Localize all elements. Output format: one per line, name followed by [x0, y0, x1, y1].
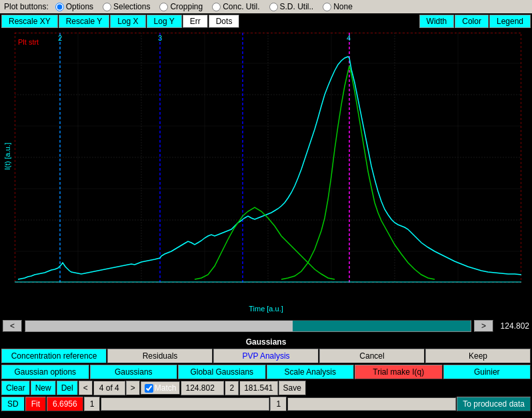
- radio-selections[interactable]: Selections: [103, 2, 150, 11]
- radio-none[interactable]: None: [323, 2, 353, 11]
- status-val2: 1: [270, 397, 287, 411]
- status-val1: 1: [84, 397, 101, 411]
- gaussians-button[interactable]: Gaussians: [90, 365, 178, 379]
- status-bar-2: [287, 397, 456, 411]
- match-value: 124.802: [181, 381, 224, 395]
- chart-svg: Plt strt 2 3 4 0 50 100 150 200 50 100 1…: [15, 33, 521, 283]
- scroll-track[interactable]: [25, 320, 471, 332]
- x-axis-label: Time [a.u.]: [249, 305, 283, 313]
- nav-left-button[interactable]: <: [79, 381, 93, 395]
- chart-area: I(t) [a.u.] Plt strt: [0, 29, 532, 316]
- log-y-button[interactable]: Log Y: [147, 15, 182, 28]
- residuals-button[interactable]: Residuals: [107, 349, 213, 363]
- plot-buttons-label: Plot buttons:: [4, 2, 49, 11]
- log-x-button[interactable]: Log X: [110, 15, 145, 28]
- to-produced-data-button[interactable]: To produced data: [457, 397, 531, 411]
- match-count: 2: [225, 381, 239, 395]
- concentration-reference-button[interactable]: Concentration reference: [1, 349, 107, 363]
- scroll-left-button[interactable]: <: [3, 320, 22, 332]
- svg-text:Plt strt: Plt strt: [18, 38, 39, 46]
- keep-button[interactable]: Keep: [425, 349, 531, 363]
- match-checkbox[interactable]: [145, 384, 153, 393]
- status-bar: [101, 397, 269, 411]
- status-row: SD Fit 6.6956 1 1 To produced data: [0, 396, 532, 412]
- radio-cropping[interactable]: Cropping: [159, 2, 203, 11]
- save-button[interactable]: Save: [279, 381, 306, 395]
- gaussian-options-button[interactable]: Gaussian options: [1, 365, 89, 379]
- scroll-right-button[interactable]: >: [474, 320, 493, 332]
- width-button[interactable]: Width: [419, 15, 455, 28]
- match-value2: 181.541: [239, 381, 277, 395]
- new-button[interactable]: New: [31, 381, 56, 395]
- rescale-y-button[interactable]: Rescale Y: [59, 15, 109, 28]
- nav-counter: 4 of 4: [93, 381, 125, 395]
- gaussians-label: Gaussians: [0, 336, 532, 348]
- scroll-thumb[interactable]: [293, 321, 471, 331]
- button-row: Rescale XY Rescale Y Log X Log Y Err Dot…: [0, 13, 532, 29]
- trial-make-iq-button[interactable]: Trial make I(q): [355, 365, 443, 379]
- top-bar: Plot buttons: Options Selections Croppin…: [0, 0, 532, 13]
- svg-text:4: 4: [347, 34, 351, 42]
- sd-label: SD: [1, 397, 25, 411]
- fit-value: 6.6956: [47, 397, 83, 411]
- svg-text:3: 3: [158, 34, 162, 42]
- radio-group: Options Selections Cropping Conc. Util. …: [55, 2, 353, 11]
- radio-conc-util[interactable]: Conc. Util.: [212, 2, 259, 11]
- radio-options[interactable]: Options: [55, 2, 93, 11]
- pvp-analysis-button[interactable]: PVP Analysis: [213, 349, 319, 363]
- del-button[interactable]: Del: [57, 381, 78, 395]
- scale-analysis-button[interactable]: Scale Analysis: [267, 365, 355, 379]
- nav-right-button[interactable]: >: [126, 381, 140, 395]
- action-row-2: Gaussian options Gaussians Global Gaussi…: [0, 364, 532, 380]
- scroll-value: 124.802: [496, 321, 529, 331]
- radio-sd-util[interactable]: S.D. Util..: [269, 2, 314, 11]
- rescale-xy-button[interactable]: Rescale XY: [1, 15, 58, 28]
- legend-button[interactable]: Legend: [489, 15, 531, 28]
- action-row-1: Concentration reference Residuals PVP An…: [0, 348, 532, 364]
- cancel-button[interactable]: Cancel: [319, 349, 425, 363]
- match-checkbox-label[interactable]: Match: [141, 381, 181, 395]
- dots-button[interactable]: Dots: [209, 15, 240, 28]
- clear-button[interactable]: Clear: [1, 381, 30, 395]
- bottom-nav-row: Clear New Del < 4 of 4 > Match 124.802 2…: [0, 380, 532, 396]
- fit-label: Fit: [25, 397, 46, 411]
- err-button[interactable]: Err: [183, 15, 208, 28]
- color-button[interactable]: Color: [455, 15, 489, 28]
- svg-text:2: 2: [58, 34, 62, 42]
- scrollbar-row: < > 124.802: [0, 316, 532, 336]
- y-axis-label: I(t) [a.u.]: [3, 143, 11, 170]
- guinier-button[interactable]: Guinier: [443, 365, 531, 379]
- global-gaussians-button[interactable]: Global Gaussians: [178, 365, 266, 379]
